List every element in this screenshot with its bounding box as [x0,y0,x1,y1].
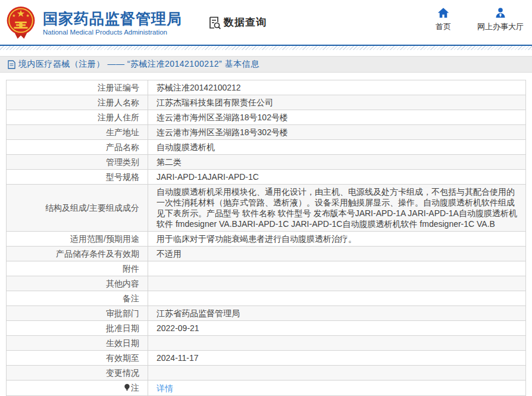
row-value-text: JARI-APD-1AJARI-APD-1C [157,172,259,182]
row-label: 注册人名称 [7,95,148,110]
row-value-text: 连云港市海州区圣湖路18号302号楼 [157,127,288,137]
row-value-text: 江苏杰瑞科技集团有限责任公司 [157,98,273,107]
site-title: 国家药品监督管理局 [43,10,182,27]
row-label-text: 生效日期 [106,338,139,348]
row-label-text: 注册人住所 [98,113,139,122]
row-label: 注册证编号 [7,80,148,95]
table-row: 结构及组成/主要组成成分自动腹膜透析机采用模块化、通用化设计，由主机、电源线及处… [7,185,526,232]
row-value [148,276,526,291]
table-row: 型号规格JARI-APD-1AJARI-APD-1C [7,170,526,185]
row-label: 变更情况 [7,366,148,381]
row-value: 江苏杰瑞科技集团有限责任公司 [148,95,526,110]
row-label: 注册人住所 [7,110,148,125]
row-value: 用于临床对于肾功能衰竭患者进行自动腹膜透析治疗。 [148,232,526,247]
row-label-text: 注册证编号 [98,83,139,92]
national-emblem-icon [5,5,37,40]
row-label-text: 生产地址 [106,127,139,137]
row-value-text: 苏械注准20142100212 [157,83,241,92]
row-label: 产品名称 [7,140,148,155]
row-label-text: 审批部门 [106,308,139,318]
table-row: 生效日期 [7,336,526,351]
data-query-label: 数据查询 [224,15,267,29]
row-label-text: 管理类别 [106,157,139,167]
row-label: 生产地址 [7,125,148,140]
row-label-text: 批准日期 [106,323,139,333]
row-label-text: 产品储存条件及有效期 [56,249,139,258]
page-title: 境内医疗器械（注册） —— “苏械注准20142100212” 基本信息 [18,59,259,70]
row-value: 2024-11-17 [148,351,526,366]
row-label-text: 变更情况 [106,368,139,378]
table-row: 适用范围/预期用途用于临床对于肾功能衰竭患者进行自动腹膜透析治疗。 [7,232,526,247]
row-value: 详情 [148,381,526,396]
table-row: 产品储存条件及有效期不适用 [7,247,526,261]
row-label: 型号规格 [7,170,148,185]
row-value: 苏械注准20142100212 [148,80,526,95]
row-value-text: 不适用 [157,249,181,258]
row-value: 江苏省药品监督管理局 [148,306,526,321]
row-value-text: 第二类 [157,157,181,167]
row-value: 连云港市海州区圣湖路18号102号楼 [148,110,526,125]
row-value [148,336,526,351]
row-label-text: 型号规格 [106,172,139,182]
row-label: 结构及组成/主要组成成分 [7,185,148,232]
row-value-text: 自动腹膜透析机采用模块化、通用化设计，由主机、电源线及处方卡组成，不包括与其配合… [157,187,517,229]
row-label: 附件 [7,261,148,276]
table-row: 变更情况 [7,366,526,381]
header-hatch-divider [0,46,532,50]
row-label: 其他内容 [7,276,148,291]
note-detail-link[interactable]: 详情 [157,383,173,393]
row-value-text: 2022-09-21 [157,323,199,333]
row-label: 生效日期 [7,336,148,351]
note-bulb-icon [124,383,130,394]
row-label-text: 有效期至 [106,353,139,363]
row-label-text: 注册人名称 [98,98,139,107]
row-label-text: 产品名称 [106,142,139,152]
page-doc-icon [8,60,15,69]
row-value-text: 自动腹膜透析机 [157,142,215,152]
row-value: 自动腹膜透析机采用模块化、通用化设计，由主机、电源线及处方卡组成，不包括与其配合… [148,185,526,232]
info-table-body: 注册证编号苏械注准20142100212注册人名称江苏杰瑞科技集团有限责任公司注… [7,80,526,396]
table-row: 注详情 [7,381,526,396]
table-row: 审批部门江苏省药品监督管理局 [7,306,526,321]
row-label-text: 结构及组成/主要组成成分 [45,203,139,213]
row-value: 自动腹膜透析机 [148,140,526,155]
row-value-text: 2024-11-17 [157,353,199,363]
row-value [148,366,526,381]
row-label: 备注 [7,291,148,306]
row-value: 第二类 [148,155,526,170]
row-label: 批准日期 [7,321,148,336]
nav-home[interactable]: 首页 [430,7,457,32]
nav-home-label: 首页 [436,21,451,32]
row-value [148,261,526,276]
row-label-text: 附件 [123,264,139,273]
row-value-text: 用于临床对于肾功能衰竭患者进行自动腹膜透析治疗。 [157,234,356,244]
row-value-text: 连云港市海州区圣湖路18号102号楼 [157,113,288,122]
header-nav: 首页 网上办事大厅 [430,7,524,32]
table-row: 附件 [7,261,526,276]
table-row: 生产地址连云港市海州区圣湖路18号302号楼 [7,125,526,140]
row-value [148,291,526,306]
header-logo[interactable]: 国家药品监督管理局 National Medical Products Admi… [5,5,182,40]
table-row: 备注 [7,291,526,306]
table-row: 产品名称自动腹膜透析机 [7,140,526,155]
row-label: 适用范围/预期用途 [7,232,148,247]
table-row: 批准日期2022-09-21 [7,321,526,336]
table-row: 注册人名称江苏杰瑞科技集团有限责任公司 [7,95,526,110]
row-label: 管理类别 [7,155,148,170]
site-subtitle: National Medical Products Administration [43,29,182,36]
nav-service-hall[interactable]: 网上办事大厅 [477,7,524,32]
row-value: 不适用 [148,247,526,261]
row-label-text: 其他内容 [106,279,139,288]
data-query-tab[interactable]: 数据查询 [207,15,267,30]
registration-info-table: 注册证编号苏械注准20142100212注册人名称江苏杰瑞科技集团有限责任公司注… [6,80,526,396]
person-icon [495,7,506,18]
row-label-text: 注 [131,383,139,392]
row-label: 注 [7,381,148,396]
table-row: 管理类别第二类 [7,155,526,170]
row-label-text: 备注 [123,294,139,303]
row-value-text: 江苏省药品监督管理局 [157,308,240,318]
breadcrumb: 境内医疗器械（注册） —— “苏械注准20142100212” 基本信息 [0,56,532,73]
document-search-icon [207,15,221,30]
row-label: 产品储存条件及有效期 [7,247,148,261]
nav-service-hall-label: 网上办事大厅 [477,21,524,32]
